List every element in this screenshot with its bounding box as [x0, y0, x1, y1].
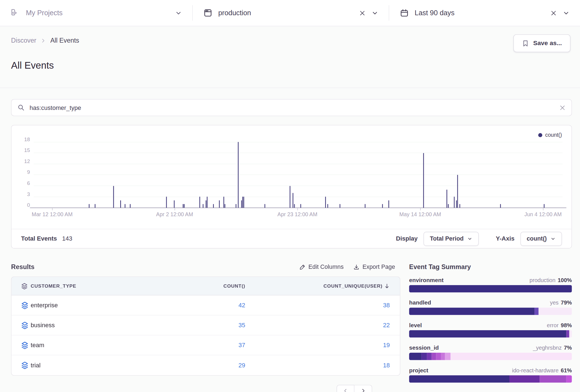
clear-search-icon[interactable]	[559, 104, 566, 111]
layers-icon[interactable]	[21, 341, 29, 349]
table-header-row: CUSTOMER_TYPE COUNT() COUNT_UNIQUE(USER)	[11, 277, 400, 295]
tag-entry: project ido-react-hardware 61%	[409, 367, 572, 383]
count-unique-link[interactable]: 38	[383, 302, 390, 309]
x-tick-label: Apr 2 12:00 AM	[156, 212, 193, 217]
tag-entry: environment production 100%	[409, 277, 572, 292]
chart-bar	[224, 197, 224, 208]
next-page-button[interactable]	[354, 385, 372, 392]
tag-top-value: error	[547, 322, 558, 328]
display-period-dropdown[interactable]: Total Period	[424, 232, 479, 246]
tag-name: session_id	[409, 345, 439, 351]
count-unique-link[interactable]: 19	[383, 342, 390, 349]
chart-bar	[207, 197, 208, 208]
chart-bar	[292, 193, 293, 208]
count-unique-link[interactable]: 22	[383, 322, 390, 329]
tag-top-percent: 61%	[561, 367, 572, 373]
chart-bar	[448, 204, 449, 208]
chevron-down-icon[interactable]	[563, 9, 569, 16]
chart-bar	[456, 200, 457, 208]
tag-name: handled	[409, 300, 431, 306]
tag-distribution-bar[interactable]	[409, 308, 572, 315]
chevron-right-icon	[41, 38, 46, 43]
total-events-label: Total Events	[21, 235, 57, 242]
chart-plot: 18 15 12 9 6 3 0 Mar 12 12:00 AM Apr 2 1…	[34, 142, 563, 208]
y-tick-label: 12	[15, 158, 30, 164]
edit-columns-button[interactable]: Edit Columns	[299, 264, 343, 270]
chart-bar	[236, 204, 237, 208]
tag-name: project	[409, 367, 428, 374]
chart-bar	[454, 197, 455, 208]
yaxis-label: Y-Axis	[496, 235, 514, 242]
content-area: count() 18 15 12 9 6 3 0	[0, 88, 580, 392]
chart-bar	[242, 197, 243, 208]
x-tick-label: Jun 4 12:00 AM	[524, 212, 562, 217]
x-tick-label: Apr 23 12:00 AM	[278, 212, 317, 217]
layers-icon[interactable]	[21, 301, 29, 309]
legend-series-dot	[538, 133, 542, 137]
yaxis-dropdown[interactable]: count()	[520, 232, 562, 246]
chart-bar	[388, 200, 389, 208]
layers-icon[interactable]	[21, 321, 29, 329]
y-tick-label: 0	[15, 202, 30, 208]
search-input[interactable]	[30, 104, 555, 111]
tag-distribution-bar[interactable]	[409, 353, 572, 360]
count-link[interactable]: 35	[238, 322, 245, 328]
daterange-selector-label: Last 90 days	[415, 9, 455, 17]
save-as-button[interactable]: Save as...	[514, 34, 570, 52]
legend-series-label: count()	[545, 132, 562, 138]
page-header: Discover All Events Save as... All Event…	[0, 26, 580, 88]
sort-desc-arrow-icon[interactable]	[384, 283, 390, 289]
table-row: trial 29 18	[11, 355, 400, 375]
layers-icon[interactable]	[21, 361, 29, 369]
table-row: enterprise 42 38	[11, 295, 400, 315]
chart-bar	[225, 204, 225, 208]
environment-selector-label: production	[218, 9, 251, 17]
chart-bar	[113, 186, 114, 208]
tag-distribution-bar[interactable]	[409, 330, 572, 338]
chart-bar	[300, 204, 301, 208]
count-link[interactable]: 29	[238, 362, 245, 368]
project-selector[interactable]: My Projects	[0, 0, 192, 26]
tag-distribution-bar[interactable]	[409, 375, 572, 383]
chevron-down-icon	[550, 236, 556, 241]
breadcrumb-discover-link[interactable]: Discover	[11, 37, 36, 44]
chevron-down-icon[interactable]	[175, 9, 182, 16]
column-header-count[interactable]: COUNT()	[196, 283, 245, 289]
column-header-customer-type[interactable]: CUSTOMER_TYPE	[31, 283, 196, 289]
chart-bar	[294, 204, 295, 208]
chart-bar	[166, 197, 167, 208]
clear-environment-icon[interactable]	[359, 10, 366, 16]
chart-legend[interactable]: count()	[538, 132, 562, 138]
pencil-icon	[299, 264, 306, 270]
count-link[interactable]: 42	[238, 302, 245, 308]
chart-bar	[89, 204, 90, 208]
y-tick-label: 6	[15, 180, 30, 186]
export-page-button[interactable]: Export Page	[353, 264, 395, 270]
tag-top-value: ido-react-hardware	[512, 367, 558, 373]
tag-top-value: _yeghrsbnz	[533, 345, 562, 351]
gridline	[34, 142, 563, 142]
clear-daterange-icon[interactable]	[550, 10, 557, 16]
tag-distribution-bar[interactable]	[409, 285, 572, 293]
customer-type-value: business	[31, 322, 196, 329]
chart-bar	[382, 204, 383, 208]
display-period-value: Total Period	[430, 235, 464, 242]
environment-selector[interactable]: production	[193, 0, 389, 26]
display-label: Display	[396, 235, 417, 242]
x-tick	[543, 208, 543, 210]
daterange-selector[interactable]: Last 90 days	[389, 0, 580, 26]
edit-columns-label: Edit Columns	[309, 264, 344, 270]
previous-page-button[interactable]	[337, 385, 354, 392]
table-row: business 35 22	[11, 315, 400, 335]
search-icon	[17, 104, 25, 111]
chart-bar	[500, 204, 501, 208]
tag-name: environment	[409, 277, 443, 283]
column-header-count-unique[interactable]: COUNT_UNIQUE(USER)	[324, 283, 383, 289]
chart-bar	[183, 204, 184, 208]
chart-bar	[238, 142, 239, 208]
event-tag-summary: Event Tag Summary environment production…	[409, 262, 572, 390]
count-link[interactable]: 37	[238, 342, 245, 348]
chevron-down-icon[interactable]	[371, 9, 378, 16]
count-unique-link[interactable]: 18	[383, 362, 390, 369]
chart-bar	[206, 200, 207, 208]
